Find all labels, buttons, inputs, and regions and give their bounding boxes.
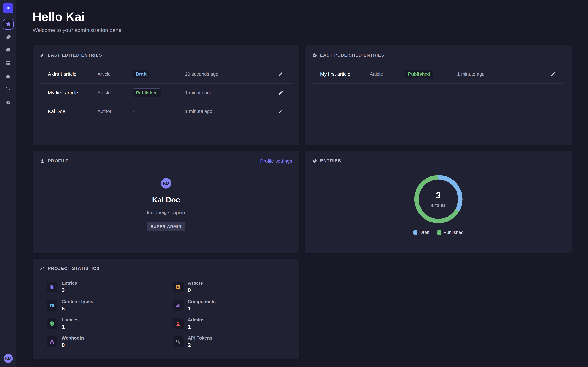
stat-content-types: Content-Types 6 <box>40 296 166 314</box>
feather-icon <box>5 34 11 40</box>
sidebar-item-home[interactable] <box>3 19 14 30</box>
gear-icon <box>5 100 11 105</box>
edit-entry-button[interactable] <box>277 70 284 78</box>
pencil-icon <box>40 53 45 58</box>
profile-email: kai.doe@strapi.io <box>147 210 185 215</box>
edit-entry-button[interactable] <box>277 108 284 115</box>
globe-icon <box>49 321 55 326</box>
status-badge: Published <box>133 88 161 97</box>
edit-entry-button[interactable] <box>277 89 284 96</box>
legend-label: Draft <box>420 230 430 235</box>
donut-total: 3 <box>436 190 441 200</box>
project-statistics-card: PROJECT STATISTICS Entries 3 <box>33 259 299 359</box>
status-badge: Published <box>405 70 433 78</box>
home-icon <box>5 21 11 27</box>
dashboard-grid: LAST EDITED ENTRIES A draft article Arti… <box>33 45 572 359</box>
pencil-icon <box>278 90 283 95</box>
stat-label: Assets <box>188 281 203 286</box>
profile-card: PROFILE Profile settings KD Kai Doe kai.… <box>33 151 299 253</box>
profile-body: KD Kai Doe kai.doe@strapi.io SUPER ADMIN <box>40 164 292 231</box>
sidebar-item-marketplace[interactable] <box>3 84 14 95</box>
sidebar-nav <box>3 19 14 108</box>
stat-value: 0 <box>61 342 85 348</box>
stat-value: 2 <box>188 342 212 348</box>
sidebar-item-settings[interactable] <box>3 97 14 108</box>
sidebar-footer: KD <box>0 350 16 367</box>
chart-legend: Draft Published <box>312 230 564 235</box>
cart-icon <box>5 86 11 92</box>
stat-label: API Tokens <box>188 335 212 341</box>
entries-table: My first article Article Published 1 min… <box>312 65 564 83</box>
donut-center: 3 entries <box>414 175 463 224</box>
table-row: My first article Article Published 1 min… <box>40 83 292 102</box>
stat-assets: Assets 0 <box>166 278 292 296</box>
stat-label: Locales <box>61 317 78 323</box>
stat-value: 1 <box>188 305 216 312</box>
stat-label: Webhooks <box>61 335 85 341</box>
images-icon <box>5 47 11 53</box>
key-icon <box>175 339 181 345</box>
strapi-logo[interactable] <box>3 3 13 13</box>
person-icon <box>175 321 181 326</box>
entry-kind: Article <box>97 90 133 95</box>
profile-settings-link[interactable]: Profile settings <box>260 158 292 164</box>
entry-kind: Article <box>97 71 133 77</box>
role-badge: SUPER ADMIN <box>147 222 185 231</box>
layout-icon <box>5 60 11 66</box>
sidebar-item-deploy[interactable] <box>3 71 14 82</box>
profile-avatar: KD <box>161 178 171 189</box>
user-avatar[interactable]: KD <box>4 354 13 363</box>
check-circle-icon <box>312 53 317 58</box>
card-title: LAST PUBLISHED ENTRIES <box>320 53 384 58</box>
entry-title: A draft article <box>48 71 97 77</box>
pie-chart-icon <box>312 158 317 163</box>
entry-kind: Author <box>97 109 133 114</box>
entry-time: 20 seconds ago <box>185 71 249 77</box>
page-subtitle: Welcome to your administration panel <box>33 27 572 33</box>
entry-title: My first article <box>48 90 97 96</box>
stat-api-tokens: API Tokens 2 <box>166 333 292 351</box>
sidebar-item-content-manager[interactable] <box>3 32 14 42</box>
table-row: A draft article Article Draft 20 seconds… <box>40 65 292 83</box>
stat-value: 0 <box>188 287 203 293</box>
sidebar-item-content-type-builder[interactable] <box>3 58 14 69</box>
card-header: LAST EDITED ENTRIES <box>40 53 292 58</box>
trending-up-icon <box>40 266 45 271</box>
stat-label: Admins <box>188 317 205 323</box>
stat-label: Entries <box>61 281 77 286</box>
card-header: PROFILE Profile settings <box>40 158 292 164</box>
stat-label: Components <box>188 299 216 304</box>
legend-swatch <box>437 230 441 235</box>
legend-item-draft: Draft <box>413 230 430 235</box>
sidebar-item-media-library[interactable] <box>3 45 14 56</box>
stat-admins: Admins 1 <box>166 314 292 333</box>
entry-time: 1 minute ago <box>185 90 249 95</box>
person-icon <box>40 158 45 163</box>
card-title: PROJECT STATISTICS <box>48 266 100 271</box>
legend-item-published: Published <box>437 230 464 235</box>
stat-label: Content-Types <box>61 299 93 304</box>
profile-name: Kai Doe <box>152 195 180 204</box>
entries-table: A draft article Article Draft 20 seconds… <box>40 65 292 121</box>
page-title: Hello Kai <box>33 10 572 24</box>
card-header: ENTRIES <box>312 158 564 163</box>
cloud-icon <box>5 73 11 79</box>
sidebar: KD <box>0 0 16 367</box>
document-icon <box>49 284 55 290</box>
stat-components: Components 1 <box>166 296 292 314</box>
last-edited-entries-card: LAST EDITED ENTRIES A draft article Arti… <box>33 45 299 145</box>
status-plain: - <box>133 109 185 114</box>
pencil-icon <box>550 72 555 77</box>
pencil-icon <box>278 109 283 114</box>
molecule-icon <box>175 303 181 308</box>
entries-chart-card: ENTRIES 3 entries Draft <box>305 151 572 253</box>
edit-entry-button[interactable] <box>549 70 556 78</box>
pencil-icon <box>278 72 283 77</box>
stat-value: 6 <box>61 305 93 312</box>
entry-kind: Article <box>370 71 405 77</box>
card-title: ENTRIES <box>320 158 341 163</box>
main-content: Hello Kai Welcome to your administration… <box>16 0 588 367</box>
entry-title: Kai Doe <box>48 109 97 114</box>
entry-time: 1 minute ago <box>185 109 249 114</box>
stat-value: 1 <box>188 324 205 330</box>
